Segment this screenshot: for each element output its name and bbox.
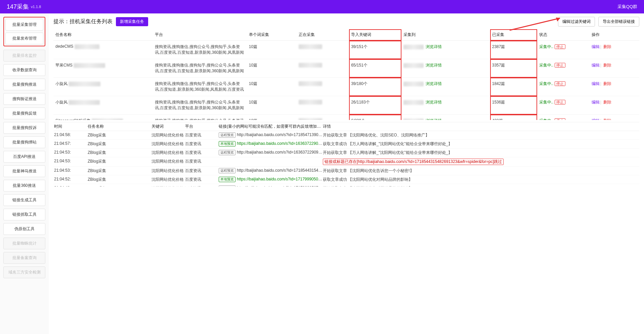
delete-link[interactable]: 删除 <box>603 63 611 68</box>
sidebar-item-0: 批量排名监控 <box>3 50 45 61</box>
cell-collected: 2387篇 <box>490 41 537 59</box>
log-link: 本地预览https://baijiahao.baidu.com/s?id=163… <box>219 141 323 147</box>
browse-detail-link[interactable]: 浏览详情 <box>426 118 442 120</box>
log-row: 21:04:52:ZBlog采集沈阳网站优化价格百度资讯本地预览https://… <box>53 175 639 184</box>
sidebar-item-9[interactable]: 批量360推送 <box>3 180 45 192</box>
log-task: ZBlog采集 <box>88 141 152 147</box>
edit-filter-button[interactable]: 编辑过滤关键词 <box>558 17 595 27</box>
remote-preview-tag[interactable]: 远程预览 <box>219 168 235 173</box>
log-row: 21:04:53:ZBlog采集沈阳网站优化价格百度资讯链接或标题已存在[htt… <box>53 157 639 167</box>
sidebar-item-publish-manage[interactable]: 批量发布管理 <box>5 33 43 44</box>
export-errors-button[interactable]: 导出全部错误链接 <box>598 17 639 27</box>
th-single: 单个词采集 <box>247 29 297 41</box>
task-row: 小旋风 搜狗资讯,搜狗微信,搜狗知乎,搜狗公众号,头条资讯,百度知道,新浪新闻,… <box>53 78 639 96</box>
cell-ops: 编辑|删除 <box>590 96 639 115</box>
local-preview-tag[interactable]: 本地预览 <box>219 177 235 182</box>
cell-collecting <box>297 41 349 59</box>
edit-link[interactable]: 编辑 <box>592 118 600 120</box>
lh-kw: 关键词 <box>152 124 185 129</box>
qq-group-link[interactable]: 采集QQ群 <box>617 4 637 10</box>
new-task-button[interactable]: 新增采集任务 <box>116 17 148 26</box>
sidebar-item-13: 批量蜘蛛统计 <box>3 238 45 249</box>
browse-detail-link[interactable]: 浏览详情 <box>426 63 442 68</box>
cell-single: 10篇 <box>247 59 297 78</box>
sidebar-item-11[interactable]: 链接抓取工具 <box>3 209 45 220</box>
log-hscroll[interactable] <box>53 186 639 191</box>
lh-plat: 平台 <box>185 124 219 129</box>
browse-detail-link[interactable]: 浏览详情 <box>426 100 442 105</box>
delete-link[interactable]: 删除 <box>603 44 611 49</box>
sidebar-item-14: 批量备案查询 <box>3 252 45 264</box>
sidebar-item-5[interactable]: 批量搜狗投诉 <box>3 122 45 134</box>
cell-single: 10篇 <box>247 115 297 120</box>
sidebar-item-collect-manage[interactable]: 批量采集管理 <box>5 19 43 31</box>
edit-link[interactable]: 编辑 <box>592 44 600 49</box>
log-time: 21:04:57: <box>54 141 88 146</box>
log-keyword: 沈阳网站优化价格 <box>152 177 185 182</box>
stop-button[interactable]: 停止 <box>555 81 565 86</box>
log-detail: 开始获取文章 【沈阳网络优化、沈阳SEO、沈阳网络推广】 <box>323 132 639 138</box>
cell-to: 浏览详情 <box>401 96 490 115</box>
stop-button[interactable]: 停止 <box>555 44 565 49</box>
log-task: ZBlog采集 <box>88 168 152 174</box>
log-detail: 开始获取文章 【万人网络讲解_"沈阳网站优化"能给企业带来哪些好处_】 <box>323 150 639 156</box>
log-platform: 百度资讯 <box>185 168 219 174</box>
stop-button[interactable]: 停止 <box>555 118 565 120</box>
log-row: 21:04:53:ZBlog采集沈阳网站优化价格百度资讯远程预览http://b… <box>53 167 639 175</box>
log-scroll[interactable]: 21:04:58:ZBlog采集沈阳网站优化价格百度资讯远程预览http://b… <box>53 131 639 186</box>
log-time: 21:04:53: <box>54 150 88 155</box>
edit-link[interactable]: 编辑 <box>592 63 600 68</box>
browse-detail-link[interactable]: 浏览详情 <box>426 81 442 86</box>
delete-link[interactable]: 删除 <box>603 81 611 86</box>
log-task: ZBlog采集 <box>88 132 152 138</box>
cell-ops: 编辑|删除 <box>590 41 639 59</box>
cell-status: 采集中..停止 <box>537 59 590 78</box>
log-time: 21:04:58: <box>54 132 88 137</box>
cell-collecting <box>297 96 349 115</box>
delete-link[interactable]: 删除 <box>603 100 611 105</box>
sidebar-item-2[interactable]: 批量搜狗推送 <box>3 79 45 90</box>
edit-link[interactable]: 编辑 <box>592 100 600 105</box>
cell-platform: 搜狗资讯,搜狗微信,搜狗知乎,搜狗公众号,头条资讯,百度资讯,百度知道,新浪新闻… <box>153 96 247 115</box>
log-link: 远程预览http://baijiahao.baidu.com/s?id=1636… <box>219 150 323 155</box>
cell-ops: 编辑|删除 <box>590 115 639 120</box>
task-row: 苹果CMS 搜狗资讯,搜狗微信,搜狗知乎,搜狗公众号,头条资讯,百度资讯,百度知… <box>53 59 639 78</box>
cell-name: dedeCMS <box>53 41 153 59</box>
log-platform: 百度资讯 <box>185 141 219 147</box>
cell-name: 苹果CMS <box>53 59 153 78</box>
th-collecting: 正在采集 <box>297 29 349 41</box>
remote-preview-tag[interactable]: 远程预览 <box>219 132 235 138</box>
th-status: 状态 <box>537 29 590 41</box>
log-link: 本地预览https://baijiahao.baidu.com/s?id=171… <box>219 177 323 182</box>
cell-collected: 1842篇 <box>490 78 537 96</box>
log-keyword: 沈阳网站优化价格 <box>152 150 185 156</box>
log-row: 21:04:58:ZBlog采集沈阳网站优化价格百度资讯远程预览http://b… <box>53 131 639 140</box>
sidebar-item-7[interactable]: 百度API推送 <box>3 151 45 163</box>
local-preview-tag[interactable]: 本地预览 <box>219 141 235 147</box>
stop-button[interactable]: 停止 <box>555 63 565 68</box>
cell-ops: 编辑|删除 <box>590 59 639 78</box>
remote-preview-tag[interactable]: 远程预览 <box>219 150 235 155</box>
log-task: ZBlog采集 <box>88 150 152 156</box>
th-ops: 操作 <box>590 29 639 41</box>
stop-button[interactable]: 停止 <box>555 100 565 105</box>
cell-collected: 403篇 <box>490 115 537 120</box>
log-time: 21:04:53: <box>54 168 88 173</box>
sidebar-item-12[interactable]: 伪原创工具 <box>3 223 45 235</box>
sidebar-item-6[interactable]: 批量搜狗绑站 <box>3 136 45 148</box>
sidebar-item-4[interactable]: 批量搜狗反馈 <box>3 108 45 119</box>
sidebar-item-1[interactable]: 收录数据查询 <box>3 64 45 76</box>
cell-name: 小旋风 <box>53 96 153 115</box>
sidebar-item-8[interactable]: 批量神马推送 <box>3 165 45 177</box>
log-detail: 开始获取文章 【沈阳网站优化告诉您一个小秘密!】 <box>323 168 639 174</box>
log-detail: 链接或标题已存在[http://baijiahao.baidu.com/s?id… <box>323 159 639 165</box>
cell-name: SiteserverCMS采集 <box>53 115 153 120</box>
log-panel: 时间 任务名称 关键词 平台 链接(量小的网站可能没有匹配，如需要可群内反馈增加… <box>53 122 639 331</box>
log-platform: 百度资讯 <box>185 132 219 138</box>
cell-single: 10篇 <box>247 96 297 115</box>
sidebar-item-10[interactable]: 链接生成工具 <box>3 194 45 206</box>
browse-detail-link[interactable]: 浏览详情 <box>426 44 442 49</box>
sidebar-item-3[interactable]: 搜狗验证推送 <box>3 93 45 105</box>
edit-link[interactable]: 编辑 <box>592 81 600 86</box>
delete-link[interactable]: 删除 <box>603 118 611 120</box>
